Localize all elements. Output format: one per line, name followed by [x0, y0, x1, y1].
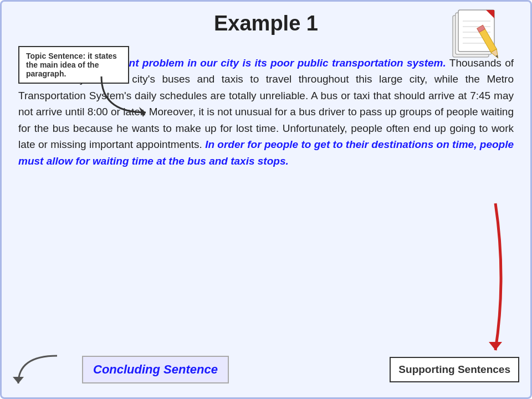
notebook-illustration: [442, 7, 508, 63]
concluding-arrow: [13, 350, 79, 389]
svg-marker-14: [13, 377, 24, 383]
concluding-label: Concluding Sentence: [82, 356, 229, 383]
concluding-label-container: Concluding Sentence: [13, 350, 390, 389]
callout-arrow: [96, 74, 162, 120]
supporting-arrow: [482, 201, 509, 356]
slide-title: Example 1: [214, 12, 318, 35]
supporting-label-container: Supporting Sentences: [390, 357, 519, 382]
bottom-labels-area: Concluding Sentence Supporting Sentences: [2, 347, 530, 392]
slide: Example 1 Topic Sentence:: [0, 0, 532, 399]
supporting-label: Supporting Sentences: [390, 357, 519, 382]
